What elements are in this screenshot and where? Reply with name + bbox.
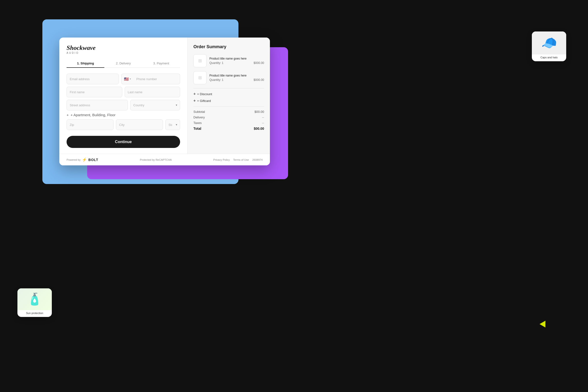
total-row: Total $00.00 (193, 127, 264, 130)
divider-2 (193, 106, 264, 106)
product-thumbnail-2: ⊞ (193, 71, 206, 84)
flag-icon: 🇺🇸 (124, 77, 129, 81)
delivery-value: -- (262, 116, 264, 119)
caps-hats-image: 🧢 (532, 32, 566, 54)
subtotal-label: Subtotal (193, 110, 205, 114)
street-country-row: Country (66, 100, 180, 110)
email-phone-row: 🇺🇸 ▾ (66, 74, 180, 84)
delivery-row: Delivery -- (193, 116, 264, 119)
bolt-lightning-icon: ⚡ (82, 158, 87, 162)
apartment-toggle[interactable]: + + Apartment, Building, Floor (66, 113, 180, 117)
image-placeholder-icon: ⊞ (198, 58, 202, 64)
terms-of-use-link[interactable]: Terms of Use (233, 158, 249, 161)
giftcard-toggle[interactable]: + + Giftcard (193, 98, 264, 103)
giftcard-plus-icon: + (193, 98, 196, 103)
street-input[interactable] (66, 100, 128, 110)
first-name-input[interactable] (66, 87, 122, 97)
zip-input[interactable] (66, 119, 113, 130)
modal-footer: Powered by ⚡ BOLT Protected by ReCAPTCHA… (59, 154, 270, 165)
footer-id: 2608974 (252, 158, 263, 161)
powered-by-label: Powered by (66, 158, 81, 161)
product-thumbnail-1: ⊞ (193, 54, 206, 67)
taxes-label: Taxes (193, 121, 202, 125)
product-info-1: Product title name goes here Quantity: 1… (209, 57, 264, 65)
email-input[interactable] (66, 74, 119, 84)
phone-input[interactable] (133, 74, 180, 84)
step-delivery[interactable]: 2. Delivery (104, 59, 142, 68)
product-price-1: $000.00 (254, 61, 264, 65)
chevron-down-icon: ▾ (130, 78, 131, 80)
product-qty-1: Quantity: 1 (209, 61, 223, 65)
cursor-arrow-icon (540, 321, 548, 329)
sun-protection-label: Sun protection (17, 310, 52, 314)
delivery-label: Delivery (193, 116, 205, 119)
caps-hats-label: Caps and hats (532, 54, 566, 59)
bolt-logo-text: BOLT (88, 158, 98, 162)
taxes-value: -- (262, 121, 264, 125)
last-name-input[interactable] (125, 87, 180, 97)
brand-logo: Shockwave (66, 45, 180, 51)
plus-icon: + (193, 92, 196, 96)
discount-label: + Discount (197, 92, 212, 96)
total-value: $00.00 (254, 127, 264, 130)
continue-button[interactable]: Continue (66, 136, 180, 148)
city-input[interactable] (116, 119, 163, 130)
country-code-select[interactable]: 🇺🇸 ▾ (121, 74, 133, 84)
step-payment[interactable]: 3. Payment (142, 59, 180, 68)
order-summary-panel: Order Summary ⊞ Product title name goes … (188, 38, 270, 154)
subtotal-value: $00.00 (254, 110, 264, 114)
phone-group: 🇺🇸 ▾ (121, 74, 180, 84)
product-price-2: $000.00 (254, 78, 264, 82)
divider-1 (193, 88, 264, 88)
product-item-1: ⊞ Product title name goes here Quantity:… (193, 54, 264, 67)
checkout-steps: 1. Shipping 2. Delivery 3. Payment (66, 59, 180, 68)
name-row (66, 87, 180, 97)
order-summary-title: Order Summary (193, 44, 264, 50)
country-select[interactable]: Country (130, 100, 180, 110)
product-qty-row-2: Quantity: 1 $000.00 (209, 78, 264, 82)
product-qty-row-1: Quantity: 1 $000.00 (209, 61, 264, 65)
footer-links: Privacy Policy Terms of Use 2608974 (213, 158, 263, 161)
brand-sub: AUDIO (66, 52, 180, 54)
privacy-policy-link[interactable]: Privacy Policy (213, 158, 230, 161)
state-select[interactable]: State (165, 119, 180, 130)
sun-protection-image: 🧴 (17, 288, 52, 310)
checkout-modal: Shockwave AUDIO 1. Shipping 2. Delivery … (59, 38, 270, 165)
discount-toggle[interactable]: + + Discount (193, 92, 264, 96)
bolt-branding: Powered by ⚡ BOLT (66, 158, 98, 162)
subtotal-row: Subtotal $00.00 (193, 110, 264, 114)
float-card-caps-hats: 🧢 Caps and hats (532, 32, 566, 61)
taxes-row: Taxes -- (193, 121, 264, 125)
giftcard-label: + Giftcard (197, 99, 211, 103)
product-item-2: ⊞ Product title name goes here Quantity:… (193, 71, 264, 84)
recaptcha-label: Protected by ReCAPTCHA (140, 158, 172, 161)
product-info-2: Product title name goes here Quantity: 1… (209, 74, 264, 82)
product-name-1: Product title name goes here (209, 57, 264, 60)
country-select-wrapper: Country (130, 100, 180, 110)
product-name-2: Product title name goes here (209, 74, 264, 77)
total-label: Total (193, 127, 201, 130)
zip-city-state-row: State (66, 119, 180, 130)
shipping-form-panel: Shockwave AUDIO 1. Shipping 2. Delivery … (59, 38, 188, 154)
state-select-wrapper: State (165, 119, 180, 130)
product-qty-2: Quantity: 1 (209, 78, 223, 82)
float-card-sun-protection: 🧴 Sun protection (17, 288, 52, 317)
step-shipping[interactable]: 1. Shipping (66, 59, 104, 68)
image-placeholder-icon-2: ⊞ (198, 75, 202, 80)
